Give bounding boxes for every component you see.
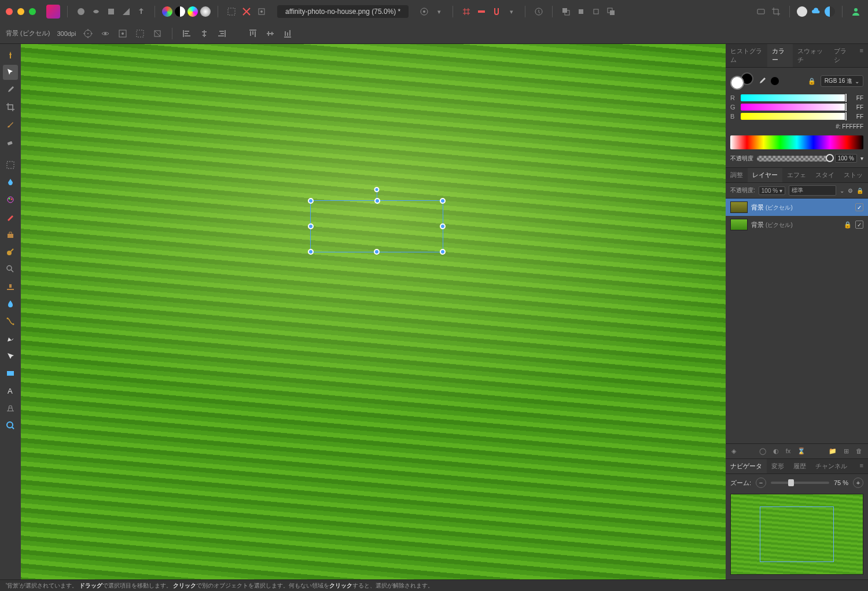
show-icon[interactable] bbox=[100, 28, 111, 39]
handle-bc[interactable] bbox=[374, 249, 380, 255]
layer-item[interactable]: 背景 (ピクセル) 🔒 ✓ bbox=[726, 216, 868, 233]
liquify-persona-icon[interactable] bbox=[90, 5, 102, 18]
target-icon[interactable] bbox=[83, 28, 93, 39]
blend-mode-select[interactable]: 標準 bbox=[789, 185, 836, 196]
opacity-slider[interactable] bbox=[757, 156, 832, 161]
eyedropper-icon[interactable] bbox=[756, 75, 768, 87]
layer-visible-checkbox[interactable]: ✓ bbox=[855, 203, 863, 211]
tab-color[interactable]: カラー bbox=[767, 44, 793, 67]
lock-layer-icon[interactable]: 🔒 bbox=[856, 188, 863, 194]
layer-visible-checkbox[interactable]: ✓ bbox=[855, 221, 863, 229]
zoom-slider[interactable] bbox=[771, 482, 829, 484]
grid-icon[interactable] bbox=[460, 5, 473, 18]
zoom-tool[interactable] bbox=[3, 262, 18, 277]
tab-swatches[interactable]: スウォッチ bbox=[793, 44, 829, 67]
lock-icon[interactable]: 🔒 bbox=[808, 78, 816, 85]
arrange-backward-icon[interactable] bbox=[575, 5, 587, 18]
hex-value[interactable]: FFFFFF bbox=[842, 123, 863, 130]
tab-styles[interactable]: スタイ bbox=[811, 168, 839, 182]
half-icon[interactable] bbox=[825, 6, 835, 17]
cloud-icon[interactable] bbox=[810, 5, 822, 18]
b-slider[interactable] bbox=[741, 113, 846, 120]
layer-item[interactable]: 背景 (ピクセル) ✓ bbox=[726, 199, 868, 216]
assistant-icon[interactable] bbox=[532, 5, 545, 18]
g-value[interactable]: FF bbox=[849, 104, 863, 111]
handle-br[interactable] bbox=[440, 249, 446, 255]
handle-tl[interactable] bbox=[308, 198, 314, 204]
levels-icon[interactable] bbox=[200, 6, 211, 17]
inpainting-tool[interactable] bbox=[3, 210, 18, 225]
maximize-window[interactable] bbox=[29, 8, 36, 15]
g-slider[interactable] bbox=[741, 104, 846, 111]
dodge-tool[interactable] bbox=[3, 244, 18, 259]
align-right-icon[interactable] bbox=[216, 28, 227, 39]
navigator-preview[interactable] bbox=[730, 494, 863, 575]
arrange-back-icon[interactable] bbox=[560, 5, 572, 18]
mesh-warp-tool[interactable] bbox=[3, 314, 18, 329]
color-wells[interactable] bbox=[730, 72, 753, 90]
add-layer-icon[interactable]: ⊞ bbox=[843, 446, 850, 456]
zoom-in-button[interactable]: + bbox=[853, 478, 863, 488]
tab-layers[interactable]: レイヤー bbox=[748, 168, 782, 182]
lock-children-icon[interactable] bbox=[152, 28, 163, 39]
align-bottom-icon[interactable] bbox=[282, 28, 293, 39]
canvas[interactable] bbox=[21, 44, 726, 579]
light-ui-icon[interactable] bbox=[797, 6, 807, 17]
stock-icon[interactable] bbox=[755, 5, 767, 18]
r-slider[interactable] bbox=[741, 94, 846, 101]
arrange-forward-icon[interactable] bbox=[590, 5, 602, 18]
tab-adjustments[interactable]: 調整 bbox=[726, 168, 748, 182]
selection-icon[interactable] bbox=[225, 5, 238, 18]
tab-navigator[interactable]: ナビゲータ bbox=[726, 459, 767, 473]
color-wheel-icon[interactable] bbox=[162, 6, 172, 17]
pen-tool[interactable] bbox=[3, 331, 18, 346]
clone-tool[interactable] bbox=[3, 227, 18, 242]
guides-icon[interactable] bbox=[475, 5, 488, 18]
opacity-value[interactable]: 100 % bbox=[835, 154, 857, 163]
zoom-value[interactable]: 75 % bbox=[834, 479, 848, 486]
align-center-v-icon[interactable] bbox=[265, 28, 275, 39]
document-title[interactable]: affinity-photo-no-house.png (75.0%) * bbox=[277, 5, 409, 18]
panel-menu-icon[interactable]: ≡ bbox=[855, 44, 868, 67]
align-center-h-icon[interactable] bbox=[199, 28, 209, 39]
photo-persona-icon[interactable] bbox=[75, 5, 87, 18]
contrast-icon[interactable] bbox=[175, 6, 185, 17]
hsl-icon[interactable] bbox=[187, 6, 198, 17]
erase-brush-tool[interactable] bbox=[3, 134, 18, 149]
transform-origin-icon[interactable] bbox=[117, 28, 128, 39]
deselect-icon[interactable] bbox=[240, 5, 253, 18]
mask-icon[interactable]: ◯ bbox=[758, 446, 767, 456]
b-value[interactable]: FF bbox=[849, 113, 863, 120]
perspective-tool[interactable] bbox=[3, 401, 18, 416]
refine-icon[interactable] bbox=[255, 5, 268, 18]
export-persona-icon[interactable] bbox=[135, 5, 148, 18]
tab-channels[interactable]: チャンネル bbox=[811, 459, 852, 473]
color-mode-select[interactable]: RGB 16 進⌄ bbox=[821, 75, 863, 87]
tab-stock[interactable]: ストッ bbox=[839, 168, 867, 182]
quick-mask-icon[interactable] bbox=[418, 5, 431, 18]
dropdown-icon[interactable]: ▾ bbox=[433, 5, 446, 18]
develop-persona-icon[interactable] bbox=[105, 5, 117, 18]
selection-brush-tool[interactable] bbox=[3, 157, 18, 172]
r-value[interactable]: FF bbox=[849, 95, 863, 101]
flood-select-tool[interactable] bbox=[3, 175, 18, 190]
cycle-icon[interactable] bbox=[135, 28, 145, 39]
tone-persona-icon[interactable] bbox=[120, 5, 133, 18]
rectangle-tool[interactable] bbox=[3, 366, 18, 381]
live-filter-icon[interactable]: ⌛ bbox=[796, 446, 807, 456]
tab-history[interactable]: 履歴 bbox=[789, 459, 811, 473]
fx-icon[interactable]: fx bbox=[785, 446, 792, 456]
account-icon[interactable] bbox=[849, 5, 862, 18]
close-window[interactable] bbox=[6, 8, 13, 15]
paint-brush-tool[interactable] bbox=[3, 117, 18, 132]
text-tool[interactable]: A bbox=[3, 383, 18, 398]
handle-tc[interactable] bbox=[374, 198, 380, 204]
snap-options-icon[interactable]: ▾ bbox=[505, 5, 518, 18]
color-picker-tool[interactable] bbox=[3, 82, 18, 97]
arrange-front-icon[interactable] bbox=[605, 5, 617, 18]
color-spectrum[interactable] bbox=[730, 135, 863, 149]
align-left-icon[interactable] bbox=[182, 28, 192, 39]
blend-dropdown-icon[interactable]: ⌄ bbox=[840, 188, 844, 194]
handle-tr[interactable] bbox=[440, 198, 446, 204]
stamp-tool[interactable] bbox=[3, 279, 18, 294]
